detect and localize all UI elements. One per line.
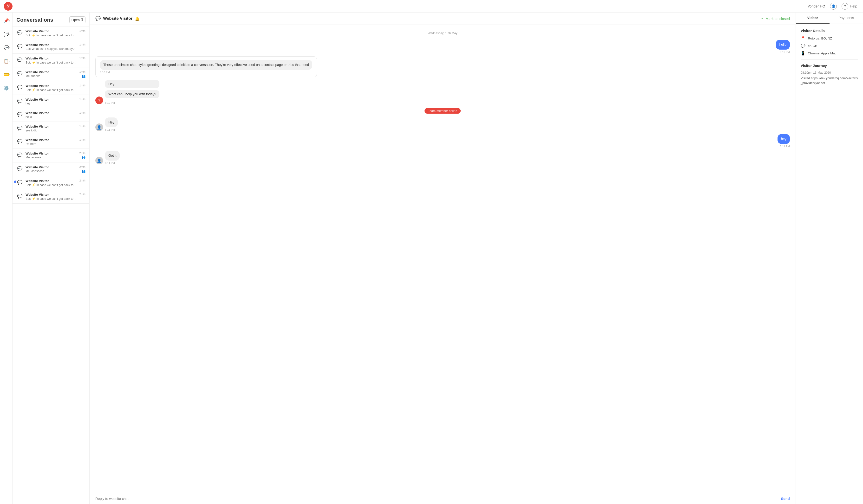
conversations-title: Conversations <box>16 17 53 23</box>
right-tabs: VisitorPayments <box>796 13 863 24</box>
conv-time: 1mth <box>79 84 86 87</box>
sidebar-item-card[interactable]: 💳› <box>2 70 11 79</box>
sidebar-item-notes[interactable]: 📋› <box>2 57 11 65</box>
conv-name: Website Visitor <box>26 111 77 115</box>
conv-name: Website Visitor <box>26 138 77 142</box>
profile-button[interactable]: 👤 <box>830 3 837 10</box>
conv-time: 1mth <box>79 98 86 101</box>
visitor-location-row: 📍 Rotorua, BO, NZ <box>801 36 858 41</box>
conversations-list: 💬 Website Visitor Bot: ⚡ In case we can'… <box>13 26 89 504</box>
sidebar-item-pin[interactable]: 📌› <box>2 16 11 25</box>
bot-bubble: What can I help you with today? <box>105 90 159 98</box>
conversation-item[interactable]: 💬 Website Visitor hey 1mth <box>13 95 89 108</box>
conversation-item[interactable]: 💬 Website Visitor Me: thanks 1mth 👥 <box>13 67 89 81</box>
journey-time: 08:10pm 13-May-2020 <box>801 71 858 74</box>
message-text: These are simple chat-styled greetings d… <box>100 60 312 70</box>
conv-avatar-icon: 💬 <box>16 84 23 91</box>
conv-name: Website Visitor <box>26 56 77 60</box>
assign-icon: 👥 <box>82 169 86 173</box>
bot-bubble: Hey! <box>105 80 159 88</box>
conv-time: 1mth <box>79 111 86 114</box>
conversations-panel: Conversations Open ⇅ 💬 Website Visitor B… <box>13 13 90 504</box>
send-button[interactable]: Send <box>781 496 790 501</box>
sidebar-item-chat[interactable]: 💬› <box>2 30 11 38</box>
date-divider: Wednesday, 13th May <box>95 32 790 35</box>
visitor-browser-row: 📱 Chrome, Apple Mac <box>801 51 858 55</box>
status-chevron-icon: ⇅ <box>80 17 83 22</box>
sidebar-item-inbox[interactable]: 💬› <box>2 43 11 52</box>
visitor-language-row: 💬 en-GB <box>801 43 858 48</box>
conv-name: Website Visitor <box>26 98 77 101</box>
visitor-details-section: Visitor Details 📍 Rotorua, BO, NZ 💬 en-G… <box>796 24 863 85</box>
mark-closed-button[interactable]: ✓ Mark as closed <box>761 16 790 21</box>
mark-closed-label: Mark as closed <box>765 17 790 21</box>
visitor-browser: Chrome, Apple Mac <box>808 51 837 55</box>
conversation-item[interactable]: 💬 Website Visitor Bot: ⚡ In case we can'… <box>13 81 89 95</box>
conv-avatar-icon: 💬 <box>16 138 23 145</box>
conv-avatar-icon: 💬 <box>16 165 23 172</box>
status-label: Open <box>72 18 80 22</box>
incoming-message: 👤 Hey 8:11 PM <box>95 117 790 131</box>
conversation-item[interactable]: 💬 Website Visitor I'm here 1mth <box>13 135 89 149</box>
help-label: Help <box>850 4 857 8</box>
conv-avatar-icon: 💬 <box>16 56 23 63</box>
conv-avatar-icon: 💬 <box>16 125 23 131</box>
reply-input[interactable] <box>95 497 778 501</box>
conv-preview: I'm here <box>26 142 77 146</box>
conversation-item[interactable]: 💬 Website Visitor Bot: ⚡ In case we can'… <box>13 26 89 40</box>
visitor-language: en-GB <box>808 44 817 48</box>
conv-time: 1mth <box>79 56 86 60</box>
visitor-location: Rotorua, BO, NZ <box>808 37 832 40</box>
right-tab-payments[interactable]: Payments <box>829 13 863 24</box>
conversation-item[interactable]: 💬 Website Visitor Me: asdsadsa 2mth 👥 <box>13 162 89 176</box>
status-selector[interactable]: Open ⇅ <box>69 16 86 23</box>
conv-avatar-icon: 💬 <box>16 179 23 186</box>
conversation-item[interactable]: 💬 Website Visitor Bot: What can I help y… <box>13 40 89 54</box>
conv-time: 2mth <box>79 152 86 154</box>
chat-header-info-icon[interactable]: 🔔 <box>135 16 140 21</box>
conv-preview: Me: assasa <box>26 156 77 159</box>
conv-name: Website Visitor <box>26 152 77 155</box>
help-button[interactable]: ? Help <box>841 3 857 10</box>
conversation-item[interactable]: 💬 Website Visitor Me: assasa 2mth 👥 <box>13 149 89 162</box>
conv-name: Website Visitor <box>26 165 77 169</box>
chat-area: 💬 Website Visitor 🔔 ✓ Mark as closed Wed… <box>90 13 796 504</box>
message-text: hey <box>777 134 790 144</box>
conv-avatar-icon: 💬 <box>16 193 23 200</box>
conversation-item[interactable]: 💬 Website Visitor hello 1mth <box>13 108 89 122</box>
conv-preview: hey <box>26 102 77 105</box>
conv-avatar-icon: 💬 <box>16 111 23 118</box>
message-time: 8:10 PM <box>105 101 159 104</box>
conv-time: 1mth <box>79 43 86 46</box>
location-icon: 📍 <box>801 36 805 41</box>
conv-time: 1mth <box>79 138 86 141</box>
conv-preview: Me: thanks <box>26 74 77 78</box>
outgoing-message: hey 8:11 PM <box>95 134 790 148</box>
incoming-message: 👤 Got it 8:11 PM <box>95 151 790 164</box>
conv-preview: Bot: ⚡ In case we can't get back to you.… <box>26 183 77 187</box>
assign-icon: 👥 <box>82 74 86 78</box>
conv-preview: yes it did <box>26 129 77 132</box>
conv-preview: Bot: ⚡ In case we can't get back to you.… <box>26 88 77 92</box>
conversation-item[interactable]: 💬 Website Visitor Bot: ⚡ In case we can'… <box>13 54 89 67</box>
conversation-item[interactable]: 💬 Website Visitor yes it did 1mth <box>13 122 89 135</box>
message-text: Got it <box>105 151 120 161</box>
visitor-details-title: Visitor Details <box>801 29 858 33</box>
message-time: 8:11 PM <box>105 128 118 131</box>
conv-avatar-icon: 💬 <box>16 70 23 77</box>
message-time: 8:11 PM <box>777 145 790 148</box>
conv-preview: Bot: What can I help you with today? <box>26 47 77 51</box>
team-member-badge: Team member online <box>425 108 460 114</box>
right-tab-visitor[interactable]: Visitor <box>796 13 829 24</box>
chat-reply-bar: Send <box>90 493 796 504</box>
bot-avatar: Y <box>95 97 103 104</box>
conv-time: 1mth <box>79 125 86 128</box>
conversation-item[interactable]: 💬 Website Visitor Bot: ⚡ In case we can'… <box>13 190 89 204</box>
sidebar-item-settings[interactable]: ⚙️ <box>2 84 11 92</box>
conv-preview: Bot: ⚡ In case we can't get back to you.… <box>26 197 77 201</box>
profile-icon: 👤 <box>830 3 837 10</box>
conversation-item[interactable]: 💬 Website Visitor Bot: ⚡ In case we can'… <box>13 176 89 190</box>
conv-preview: Bot: ⚡ In case we can't get back to you.… <box>26 34 77 37</box>
visitor-avatar: 👤 <box>95 157 103 164</box>
message-time: 8:10 PM <box>776 51 790 53</box>
